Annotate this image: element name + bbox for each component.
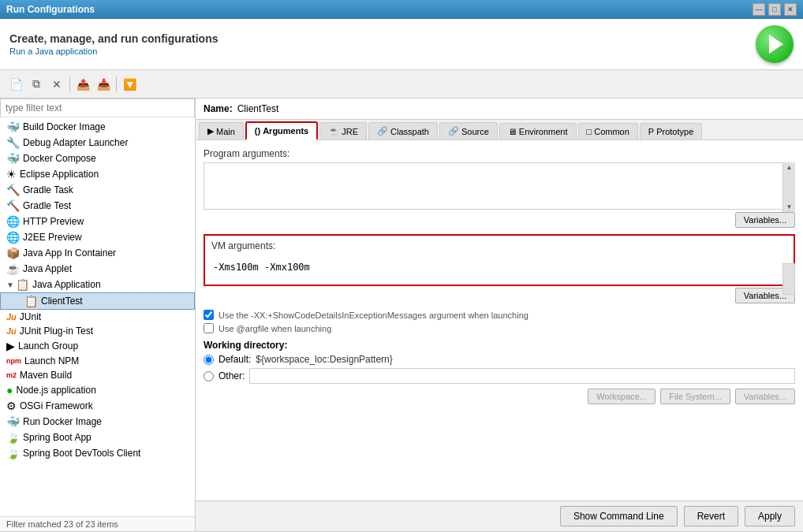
tree-item-nodejs[interactable]: ● Node.js application <box>0 382 195 398</box>
filter-button[interactable]: 🔽 <box>120 75 139 94</box>
gradle-icon: 🔨 <box>6 199 20 212</box>
tab-common[interactable]: □ Common <box>578 123 638 140</box>
default-radio-row: Default: ${workspace_loc:DesignPattern} <box>204 354 795 365</box>
new-config-button[interactable]: 📄 <box>6 75 25 94</box>
right-panel: Name: ClientTest ▶ Main () Arguments ☕ J… <box>196 99 803 531</box>
tree-item-gradle-test[interactable]: 🔨 Gradle Test <box>0 198 195 214</box>
other-label: Other: <box>218 370 245 381</box>
tree-item-label: Gradle Task <box>23 184 73 195</box>
tree-item-junit-plugin[interactable]: Ju JUnit Plug-in Test <box>0 324 195 338</box>
tree-item-eclipse-app[interactable]: ☀ Eclipse Application <box>0 166 195 182</box>
tree-item-http-preview[interactable]: 🌐 HTTP Preview <box>0 214 195 229</box>
collapse-icon: ▼ <box>6 281 14 289</box>
gradle-icon: 🔨 <box>6 184 20 196</box>
java-applet-icon: ☕ <box>6 262 20 275</box>
close-button[interactable]: ✕ <box>784 3 797 16</box>
program-args-input[interactable] <box>204 162 795 210</box>
tree-item-label: J2EE Preview <box>23 232 82 243</box>
minimize-button[interactable]: — <box>753 3 765 16</box>
duplicate-button[interactable]: ⧉ <box>27 75 46 94</box>
tab-classpath[interactable]: 🔗 Classpath <box>368 122 438 140</box>
title-bar-text: Run Configurations <box>6 4 95 15</box>
run-config-icon <box>756 25 794 63</box>
delete-button[interactable]: ✕ <box>47 75 66 94</box>
tab-main-label: Main <box>216 127 235 136</box>
header-left: Create, manage, and run configurations R… <box>9 32 218 56</box>
other-path-input[interactable] <box>249 368 795 384</box>
scroll-down-icon[interactable]: ▼ <box>786 203 793 210</box>
program-args-section: Program arguments: ▲ ▼ Variables... <box>204 148 795 228</box>
tree-item-client-test[interactable]: 📋 ClientTest <box>0 292 195 310</box>
tree-item-label: Build Docker Image <box>23 121 106 132</box>
header: Create, manage, and run configurations R… <box>0 19 803 70</box>
tab-jre[interactable]: ☕ JRE <box>319 122 367 140</box>
export-button[interactable]: 📤 <box>73 75 92 94</box>
bottom-bar: Show Command Line Revert Apply <box>196 500 803 531</box>
tree-item-label: Java Applet <box>23 263 72 274</box>
file-system-button[interactable]: File System... <box>660 389 730 404</box>
checkbox-section: Use the -XX:+ShowCodeDetailsInExceptionM… <box>204 310 795 333</box>
junit-plugin-icon: Ju <box>6 326 17 336</box>
tree-item-java-container[interactable]: 📦 Java App In Container <box>0 245 195 261</box>
tree-item-label: Debug Adapter Launcher <box>23 137 128 148</box>
vm-args-box: VM arguments: <box>204 234 795 286</box>
import-button[interactable]: 📥 <box>94 75 113 94</box>
tree-item-maven-build[interactable]: m2 Maven Build <box>0 368 195 382</box>
name-label: Name: <box>204 103 233 114</box>
tree-item-java-applet[interactable]: ☕ Java Applet <box>0 261 195 277</box>
show-code-details-checkbox[interactable] <box>204 310 214 320</box>
tree-item-java-app[interactable]: ▼ 📋 Java Application <box>0 277 195 292</box>
left-panel: 🐳 Build Docker Image 🔧 Debug Adapter Lau… <box>0 99 196 531</box>
spring-icon: 🍃 <box>6 431 20 444</box>
tree-item-label: Launch NPM <box>24 355 79 366</box>
tree-item-docker-compose[interactable]: 🐳 Docker Compose <box>0 151 195 166</box>
common-tab-icon: □ <box>587 127 592 136</box>
tabs-bar: ▶ Main () Arguments ☕ JRE 🔗 Classpath 🔗 … <box>196 120 803 140</box>
jre-tab-icon: ☕ <box>328 126 339 136</box>
workspace-button[interactable]: Workspace... <box>588 389 655 404</box>
other-radio[interactable] <box>204 371 214 381</box>
tree-item-build-docker[interactable]: 🐳 Build Docker Image <box>0 119 195 135</box>
filter-status: Filter matched 23 of 23 items <box>0 516 195 531</box>
junit-icon: Ju <box>6 312 17 322</box>
filter-input[interactable] <box>0 99 195 117</box>
tab-prototype[interactable]: P Prototype <box>640 123 702 140</box>
argfile-checkbox[interactable] <box>204 323 214 333</box>
show-code-details-row: Use the -XX:+ShowCodeDetailsInExceptionM… <box>204 310 795 320</box>
tree-item-label: Java Application <box>32 279 101 290</box>
tab-jre-label: JRE <box>342 127 358 136</box>
scroll-up-icon[interactable]: ▲ <box>786 164 793 171</box>
revert-button[interactable]: Revert <box>684 506 738 526</box>
program-args-label: Program arguments: <box>204 148 795 159</box>
tree-item-gradle-task[interactable]: 🔨 Gradle Task <box>0 182 195 198</box>
arguments-tab-icon: () <box>255 126 260 136</box>
java-app-icon: 📋 <box>16 278 29 291</box>
variables-button[interactable]: Variables... <box>735 389 795 404</box>
tree-item-launch-npm[interactable]: npm Launch NPM <box>0 354 195 368</box>
tree-item-spring-boot[interactable]: 🍃 Spring Boot App <box>0 430 195 445</box>
tree-item-debug-adapter[interactable]: 🔧 Debug Adapter Launcher <box>0 135 195 151</box>
tab-environment-label: Environment <box>519 127 568 136</box>
tab-source[interactable]: 🔗 Source <box>439 122 498 140</box>
nodejs-icon: ● <box>6 384 13 396</box>
show-command-line-button[interactable]: Show Command Line <box>560 506 678 526</box>
tree-item-label: Node.js application <box>16 385 95 396</box>
tree-item-junit[interactable]: Ju JUnit <box>0 310 195 324</box>
tree-item-run-docker[interactable]: 🐳 Run Docker Image <box>0 414 195 430</box>
maximize-button[interactable]: □ <box>768 3 781 16</box>
config-icon: 📋 <box>24 295 38 307</box>
tab-environment[interactable]: 🖥 Environment <box>499 123 577 140</box>
tree-item-launch-group[interactable]: ▶ Launch Group <box>0 338 195 354</box>
osgi-icon: ⚙ <box>6 400 17 412</box>
classpath-tab-icon: 🔗 <box>377 126 388 136</box>
apply-button[interactable]: Apply <box>745 506 795 526</box>
tree-item-j2ee-preview[interactable]: 🌐 J2EE Preview <box>0 229 195 245</box>
default-radio[interactable] <box>204 355 214 365</box>
tab-arguments[interactable]: () Arguments <box>245 121 318 140</box>
program-args-variables-button[interactable]: Variables... <box>735 212 795 228</box>
tree-item-osgi[interactable]: ⚙ OSGi Framework <box>0 398 195 414</box>
spring-devtools-icon: 🍃 <box>6 447 20 459</box>
tree-item-spring-devtools[interactable]: 🍃 Spring Boot DevTools Client <box>0 445 195 461</box>
vm-args-input[interactable] <box>211 255 787 280</box>
tab-main[interactable]: ▶ Main <box>199 122 244 140</box>
